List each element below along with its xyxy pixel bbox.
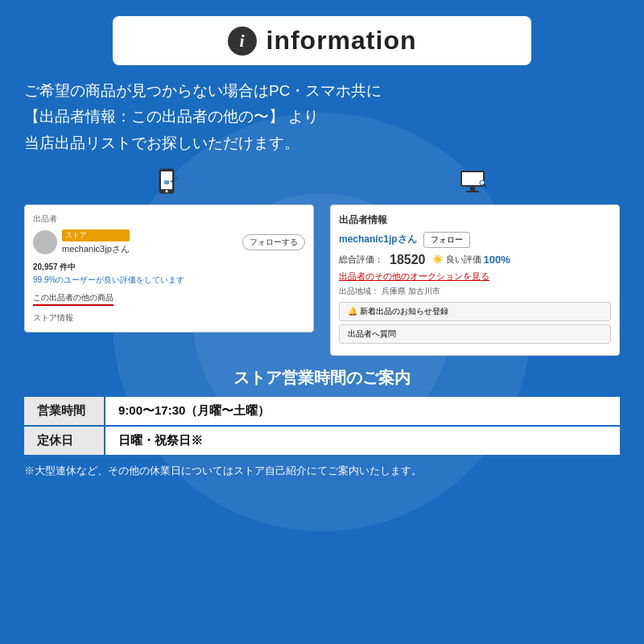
- hours-label-1: 営業時間: [24, 397, 105, 426]
- business-section: ストア営業時間のご案内 営業時間 9:00〜17:30（月曜〜土曜） 定休日 日…: [24, 367, 620, 455]
- sun-emoji: ☀️: [432, 254, 444, 265]
- svg-point-5: [175, 175, 179, 180]
- mobile-screenshot-col: 出品者 ストア mechanic3jpさん フォローする 20,957 件中 9…: [24, 166, 314, 332]
- good-label: 良い評価: [446, 254, 481, 266]
- auction-link[interactable]: 出品者のその他のオークションを見る: [339, 270, 611, 283]
- seller-row-right: mechanic1jpさん フォロー: [339, 232, 611, 248]
- stats-left: 20,957 件中: [33, 262, 305, 273]
- svg-rect-9: [466, 191, 479, 192]
- svg-point-2: [166, 190, 168, 192]
- svg-rect-3: [164, 180, 169, 184]
- notify-button[interactable]: 🔔 新着出品のお知らせ登録: [339, 302, 611, 321]
- phone-icon: [151, 166, 187, 201]
- svg-rect-8: [470, 187, 475, 191]
- question-button[interactable]: 出品者へ質問: [339, 324, 611, 344]
- right-card-header: 出品者情報: [339, 213, 611, 227]
- hours-row-2: 定休日 日曜・祝祭日※: [24, 426, 620, 455]
- right-card: 出品者情報 mechanic1jpさん フォロー 総合評価： 18520 ☀️ …: [330, 204, 620, 356]
- rating-number: 18520: [390, 253, 426, 267]
- main-container: i information ご希望の商品が見つからない場合はPC・スマホ共に 【…: [0, 0, 644, 486]
- footer-note: ※大型連休など、その他の休業日についてはストア自己紹介にてご案内いたします。: [24, 463, 620, 479]
- store-badge: ストア: [62, 229, 130, 242]
- header-title: information: [266, 26, 417, 56]
- rating-label: 総合評価：: [339, 254, 383, 266]
- hours-table: 営業時間 9:00〜17:30（月曜〜土曜） 定休日 日曜・祝祭日※: [24, 397, 620, 455]
- follow-button-right[interactable]: フォロー: [423, 232, 470, 248]
- avatar-left: [33, 230, 57, 254]
- header-box: i information: [113, 16, 531, 65]
- seller-name-right: mechanic1jpさん: [339, 233, 417, 246]
- main-instruction: ご希望の商品が見つからない場合はPC・スマホ共に 【出品者情報：この出品者の他の…: [24, 78, 620, 156]
- location: 出品地域： 兵庫県 加古川市: [339, 286, 611, 297]
- seller-info-left: ストア mechanic3jpさん: [33, 229, 130, 255]
- rating-row-right: 総合評価： 18520 ☀️ 良い評価 100%: [339, 253, 611, 267]
- seller-row-left: ストア mechanic3jpさん フォローする: [33, 229, 305, 255]
- screenshots-row: 出品者 ストア mechanic3jpさん フォローする 20,957 件中 9…: [24, 166, 620, 356]
- seller-details-left: ストア mechanic3jpさん: [62, 229, 130, 255]
- hours-value-2: 日曜・祝祭日※: [105, 426, 620, 455]
- svg-line-11: [484, 184, 486, 187]
- hours-value-1: 9:00〜17:30（月曜〜土曜）: [105, 397, 620, 426]
- rating-left: 99.9%のユーザーが良い評価をしています: [33, 275, 305, 286]
- hours-row-1: 営業時間 9:00〜17:30（月曜〜土曜）: [24, 397, 620, 426]
- good-pct: 100%: [484, 254, 510, 266]
- good-rating: ☀️ 良い評価 100%: [432, 254, 510, 266]
- left-card: 出品者 ストア mechanic3jpさん フォローする 20,957 件中 9…: [24, 204, 314, 332]
- seller-name-left: mechanic3jpさん: [62, 244, 130, 254]
- monitor-icon: [457, 166, 493, 201]
- store-info-left: ストア情報: [33, 312, 305, 324]
- hours-label-2: 定休日: [24, 426, 105, 455]
- other-products-link[interactable]: この出品者の他の商品: [33, 292, 114, 306]
- business-title: ストア営業時間のご案内: [24, 367, 620, 389]
- follow-button-left[interactable]: フォローする: [242, 234, 305, 250]
- pc-screenshot-col: 出品者情報 mechanic1jpさん フォロー 総合評価： 18520 ☀️ …: [330, 166, 620, 356]
- info-icon: i: [228, 27, 257, 56]
- left-card-label: 出品者: [33, 213, 305, 225]
